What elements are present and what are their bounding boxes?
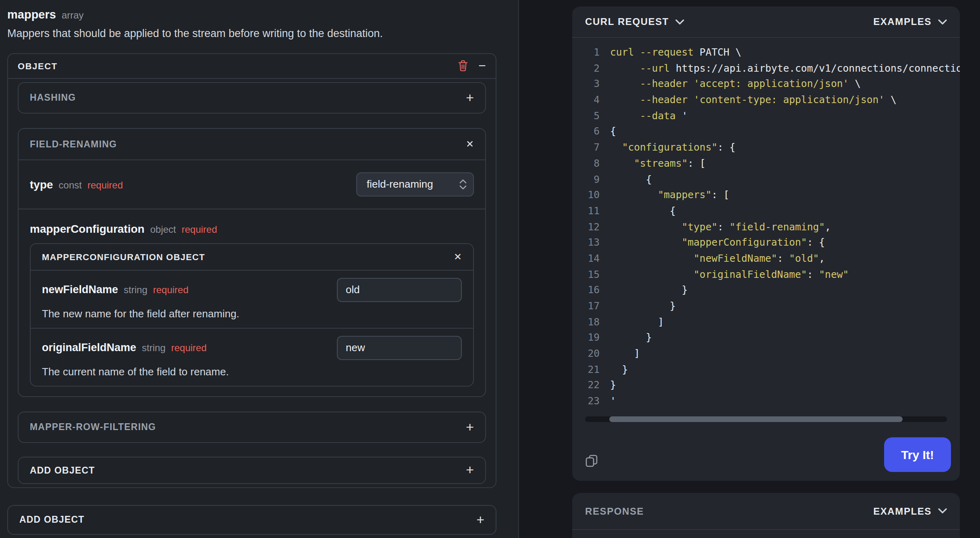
object-header-actions: − bbox=[457, 60, 486, 72]
code-token: "streams" bbox=[634, 158, 687, 169]
original-field-name-kind: string bbox=[142, 343, 166, 354]
add-object-outer-plus-icon[interactable]: + bbox=[476, 513, 484, 527]
type-select[interactable]: field-renaming bbox=[356, 172, 474, 197]
code-token: { bbox=[610, 205, 676, 217]
mapper-configuration-required: required bbox=[182, 224, 217, 235]
code-text: "streams": [ bbox=[610, 156, 706, 172]
chevron-down-icon bbox=[938, 508, 947, 514]
horizontal-scrollbar[interactable] bbox=[585, 416, 947, 422]
code-token: "configurations" bbox=[622, 142, 718, 153]
add-object-inner-plus-icon[interactable]: + bbox=[466, 464, 474, 477]
mapper-row-filtering-label: MAPPER-ROW-FILTERING bbox=[30, 422, 156, 432]
code-token: { bbox=[610, 126, 616, 137]
new-field-name-description: The new name for the field after renamin… bbox=[42, 308, 462, 320]
original-field-name-input[interactable] bbox=[337, 336, 462, 360]
section-hashing-label: HASHING bbox=[30, 93, 76, 103]
chevron-down-icon bbox=[675, 19, 684, 25]
code-token: ] bbox=[610, 316, 664, 327]
code-token: , bbox=[825, 221, 831, 232]
examples-dropdown[interactable]: EXAMPLES bbox=[873, 16, 947, 27]
code-token: "newFieldName" bbox=[693, 253, 777, 264]
code-token: , bbox=[819, 253, 825, 264]
code-token: : [ bbox=[688, 158, 706, 169]
section-mapper-row-filtering[interactable]: MAPPER-ROW-FILTERING + bbox=[18, 412, 486, 443]
code-token: : bbox=[807, 269, 819, 280]
add-object-inner-label: ADD OBJECT bbox=[30, 466, 95, 475]
code-line: 7 "configurations": { bbox=[572, 140, 960, 156]
original-field-name-label: originalFieldName bbox=[42, 342, 136, 354]
delete-object-button[interactable] bbox=[457, 60, 468, 72]
code-token bbox=[610, 94, 640, 106]
code-token: ] bbox=[610, 348, 640, 359]
line-number: 23 bbox=[572, 394, 600, 410]
code-token: : [ bbox=[712, 189, 729, 201]
mapper-configuration-panel-title: MAPPERCONFIGURATION OBJECT bbox=[42, 252, 205, 262]
code-line: 13 "mapperConfiguration": { bbox=[572, 236, 960, 251]
code-token: --header bbox=[640, 79, 687, 90]
code-text: ] bbox=[610, 315, 664, 330]
code-token: } bbox=[610, 285, 688, 296]
code-token: 'accept: application/json' bbox=[693, 79, 849, 90]
field-renaming-header[interactable]: FIELD-RENAMING ✕ bbox=[19, 129, 485, 160]
code-line: 2 --url https://api.airbyte.com/v1/conne… bbox=[572, 61, 960, 77]
code-line: 21 } bbox=[572, 362, 960, 378]
scrollbar-thumb[interactable] bbox=[609, 416, 903, 422]
code-token: \ bbox=[849, 79, 861, 90]
code-line: 18 ] bbox=[572, 315, 960, 330]
code-token: ' bbox=[676, 110, 688, 122]
line-number: 15 bbox=[572, 267, 600, 283]
code-token bbox=[610, 110, 640, 122]
curl-request-header: CURL REQUEST EXAMPLES bbox=[572, 6, 960, 38]
expand-hashing-icon[interactable]: + bbox=[466, 91, 474, 105]
code-line: 19 } bbox=[572, 331, 960, 346]
line-number: 16 bbox=[572, 283, 600, 299]
field-name: mappers bbox=[7, 8, 56, 21]
section-hashing[interactable]: HASHING + bbox=[18, 82, 486, 114]
code-token: \ bbox=[884, 94, 897, 106]
type-param-kind: const bbox=[59, 180, 82, 191]
field-type-badge: array bbox=[62, 10, 84, 21]
add-object-button-inner[interactable]: ADD OBJECT + bbox=[18, 457, 486, 484]
code-token: PATCH \ bbox=[693, 47, 741, 58]
field-description: Mappers that should be applied to the st… bbox=[7, 27, 496, 42]
original-field-name-required: required bbox=[171, 343, 207, 354]
line-number: 11 bbox=[572, 204, 600, 219]
copy-code-button[interactable] bbox=[585, 454, 598, 467]
line-number: 19 bbox=[572, 331, 600, 346]
mapper-configuration-name: mapperConfiguration bbox=[30, 222, 145, 235]
examples-label: EXAMPLES bbox=[873, 16, 932, 27]
code-line: 3 --header 'accept: application/json' \ bbox=[572, 77, 960, 93]
field-renaming-label: FIELD-RENAMING bbox=[30, 139, 117, 149]
add-object-outer-label: ADD OBJECT bbox=[19, 515, 85, 525]
collapse-object-button[interactable]: − bbox=[478, 60, 486, 72]
line-number: 8 bbox=[572, 156, 600, 172]
line-number: 13 bbox=[572, 236, 600, 251]
close-mapper-configuration-icon[interactable]: ✕ bbox=[454, 252, 462, 262]
code-token bbox=[688, 79, 694, 90]
schema-content: mappers array Mappers that should be app… bbox=[7, 8, 496, 535]
new-field-name-input[interactable] bbox=[337, 278, 462, 302]
code-line: 20 ] bbox=[572, 346, 960, 362]
close-field-renaming-icon[interactable]: ✕ bbox=[466, 139, 474, 149]
code-token: : bbox=[718, 221, 730, 232]
new-field-name-label: newFieldName bbox=[42, 284, 118, 296]
type-param-required: required bbox=[87, 180, 123, 191]
try-it-button[interactable]: Try It! bbox=[884, 437, 951, 472]
code-token: "field-renaming" bbox=[729, 221, 825, 232]
new-field-name-meta: newFieldName string required bbox=[42, 284, 189, 296]
curl-request-dropdown[interactable]: CURL REQUEST bbox=[585, 16, 684, 27]
code-line: 12 "type": "field-renaming", bbox=[572, 219, 960, 235]
code-editor[interactable]: 1curl --request PATCH \2 --url https://a… bbox=[572, 38, 960, 410]
code-token: "mapperConfiguration" bbox=[682, 237, 807, 248]
code-token: } bbox=[610, 380, 616, 391]
original-field-name-row: originalFieldName string required The cu… bbox=[31, 328, 473, 386]
add-object-button-outer[interactable]: ADD OBJECT + bbox=[7, 505, 496, 535]
code-line: 1curl --request PATCH \ bbox=[572, 45, 960, 61]
response-examples-dropdown[interactable]: EXAMPLES bbox=[873, 505, 947, 517]
new-field-name-row: newFieldName string required The new nam… bbox=[31, 271, 473, 328]
code-text: { bbox=[610, 124, 616, 140]
line-number: 14 bbox=[572, 251, 600, 267]
expand-mapper-row-filtering-icon[interactable]: + bbox=[466, 420, 474, 434]
code-line: 5 --data ' bbox=[572, 109, 960, 124]
line-number: 22 bbox=[572, 378, 600, 394]
